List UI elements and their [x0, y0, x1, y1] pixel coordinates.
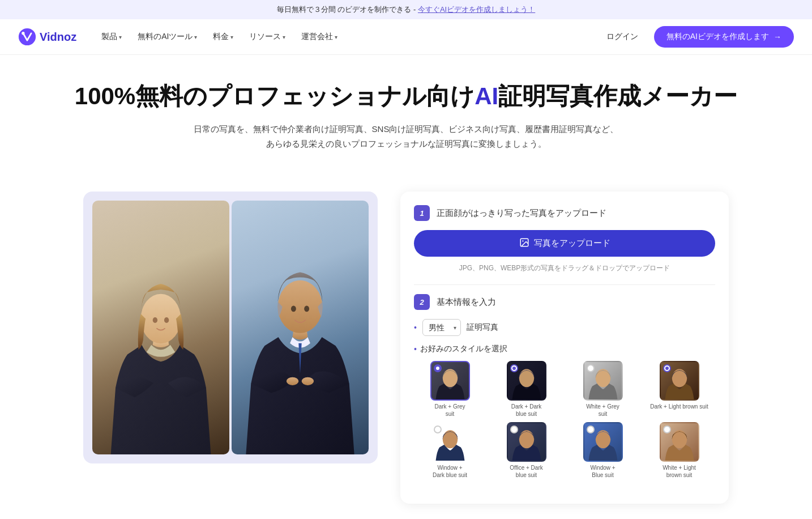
- chevron-down-icon: ▾: [230, 34, 233, 40]
- hero-title: 100%無料のプロフェッショナル向けAI証明写真作成メーカー: [18, 82, 794, 110]
- style-thumb-window-dark: [430, 422, 470, 462]
- style-name-window-dark: Window +Dark blue suit: [433, 464, 467, 479]
- style-figure: [431, 423, 469, 461]
- style-item-dark-grey[interactable]: Dark + Greysuit: [414, 361, 486, 418]
- svg-point-3: [153, 317, 157, 323]
- nav-ai-tools[interactable]: 無料のAIツール ▾: [131, 28, 204, 45]
- style-name-office-dark: Office + Darkblue suit: [510, 464, 542, 479]
- svg-point-11: [522, 241, 523, 242]
- step2-badge: 2: [414, 294, 430, 310]
- style-figure: [431, 362, 469, 399]
- header-actions: ログイン 無料のAIビデオを作成します →: [600, 26, 794, 48]
- man-figure: [242, 232, 358, 454]
- svg-point-14: [595, 369, 610, 388]
- nav-pricing[interactable]: 料金 ▾: [206, 28, 240, 45]
- chevron-down-icon: ▾: [119, 34, 122, 40]
- upload-button[interactable]: 写真をアップロード: [414, 230, 715, 257]
- style-thumb-white-grey: [583, 361, 623, 401]
- style-item-window-blue[interactable]: Window +Blue suit: [567, 422, 639, 479]
- gender-select-wrap[interactable]: 男性 女性 ▾: [422, 319, 461, 336]
- nav-products[interactable]: 製品 ▾: [95, 28, 129, 45]
- logo-text: Vidnoz: [40, 31, 76, 44]
- svg-point-12: [442, 369, 457, 388]
- style-thumb-window-blue: [583, 422, 623, 462]
- style-figure: [508, 362, 545, 399]
- svg-point-4: [164, 317, 169, 323]
- banner-link[interactable]: 今すぐAIビデオを作成しましょう！: [418, 5, 535, 14]
- style-section: • お好みのスタイルを選択 D: [414, 344, 715, 479]
- svg-point-15: [672, 369, 686, 388]
- svg-point-7: [278, 280, 323, 333]
- nav-resources[interactable]: リソース ▾: [242, 28, 292, 45]
- photo-type-label: 証明写真: [467, 322, 498, 333]
- style-name-dark-brown: Dark + Light brown suit: [650, 403, 708, 410]
- step2-section: 2 基本情報を入力 • 男性 女性 ▾ 証明写真 •: [414, 294, 715, 479]
- style-figure: [661, 423, 698, 461]
- style-item-white-grey[interactable]: White + Greysuit: [567, 361, 639, 418]
- style-section-label: • お好みのスタイルを選択: [414, 344, 715, 354]
- svg-point-13: [519, 369, 533, 388]
- style-item-dark-dark[interactable]: Dark + Darkblue suit: [490, 361, 562, 418]
- svg-point-16: [442, 431, 457, 449]
- photo-showcase: [83, 192, 378, 463]
- step2-title: 基本情報を入力: [437, 297, 496, 308]
- step2-header: 2 基本情報を入力: [414, 294, 715, 310]
- divider: [414, 284, 715, 285]
- woman-figure: [106, 245, 216, 454]
- chevron-down-icon: ▾: [194, 34, 197, 40]
- step1-header: 1 正面顔がはっきり写った写真をアップロード: [414, 205, 715, 221]
- style-figure: [661, 362, 698, 399]
- style-thumb-dark-brown: [660, 361, 699, 401]
- photo-man: [232, 201, 369, 454]
- svg-point-18: [595, 431, 610, 449]
- header: Vidnoz 製品 ▾ 無料のAIツール ▾ 料金 ▾ リソース ▾ 運営会社 …: [0, 19, 812, 55]
- style-item-dark-brown[interactable]: Dark + Light brown suit: [643, 361, 715, 418]
- style-thumb-office-dark: [507, 422, 546, 462]
- banner-text: 毎日無料で３分間 のビデオを制作できる -: [277, 5, 418, 14]
- step1-title: 正面顔がはっきり写った写真をアップロード: [437, 208, 606, 219]
- style-name-white-grey: White + Greysuit: [586, 403, 619, 418]
- svg-point-5: [287, 377, 298, 385]
- gender-select[interactable]: 男性 女性: [422, 319, 461, 336]
- login-button[interactable]: ログイン: [600, 28, 645, 45]
- style-name-dark-grey: Dark + Greysuit: [434, 403, 465, 418]
- style-item-white-light[interactable]: White + Lightbrown suit: [643, 422, 715, 479]
- svg-point-17: [519, 431, 533, 449]
- style-name-dark-dark: Dark + Darkblue suit: [511, 403, 542, 418]
- svg-point-19: [672, 431, 686, 449]
- cta-button[interactable]: 無料のAIビデオを作成します →: [654, 26, 794, 48]
- style-thumb-dark-grey: [430, 361, 470, 401]
- upload-hint: JPG、PNG、WEBP形式の写真をドラッグ＆ドロップでアップロード: [414, 263, 715, 273]
- upload-icon: [519, 237, 529, 249]
- svg-point-0: [19, 28, 36, 45]
- style-item-window-dark[interactable]: Window +Dark blue suit: [414, 422, 486, 479]
- hero-description: 日常の写真を、無料で仲介業者向け証明写真、SNS向け証明写真、ビジネス向け写真、…: [191, 122, 621, 151]
- style-figure: [508, 423, 545, 461]
- svg-point-9: [304, 305, 309, 312]
- style-item-office-dark[interactable]: Office + Darkblue suit: [490, 422, 562, 479]
- arrow-icon: →: [773, 32, 781, 41]
- style-grid: Dark + Greysuit Dark + Darkblue: [414, 361, 715, 479]
- main-nav: 製品 ▾ 無料のAIツール ▾ 料金 ▾ リソース ▾ 運営会社 ▾: [95, 28, 582, 45]
- style-figure: [584, 423, 622, 461]
- svg-point-1: [22, 32, 24, 35]
- bullet-icon: •: [414, 344, 417, 354]
- step1-badge: 1: [414, 205, 430, 221]
- hero-section: 100%無料のプロフェッショナル向けAI証明写真作成メーカー 日常の写真を、無料…: [0, 55, 812, 192]
- gender-row: • 男性 女性 ▾ 証明写真: [414, 319, 715, 336]
- nav-company[interactable]: 運営会社 ▾: [294, 28, 344, 45]
- svg-point-6: [302, 377, 314, 385]
- style-figure: [584, 362, 622, 399]
- bullet-icon: •: [414, 323, 417, 332]
- logo[interactable]: Vidnoz: [18, 28, 76, 46]
- top-banner: 毎日無料で３分間 のビデオを制作できる - 今すぐAIビデオを作成しましょう！: [0, 0, 812, 19]
- chevron-down-icon: ▾: [335, 34, 337, 40]
- svg-point-8: [291, 305, 296, 312]
- step1-section: 1 正面顔がはっきり写った写真をアップロード 写真をアップロード JPG、PNG…: [414, 205, 715, 273]
- svg-point-2: [141, 294, 181, 344]
- style-name-window-blue: Window +Blue suit: [590, 464, 615, 479]
- style-name-white-light: White + Lightbrown suit: [663, 464, 696, 479]
- style-thumb-white-light: [660, 422, 699, 462]
- chevron-down-icon: ▾: [283, 34, 285, 40]
- right-panel: 1 正面顔がはっきり写った写真をアップロード 写真をアップロード JPG、PNG…: [400, 192, 729, 504]
